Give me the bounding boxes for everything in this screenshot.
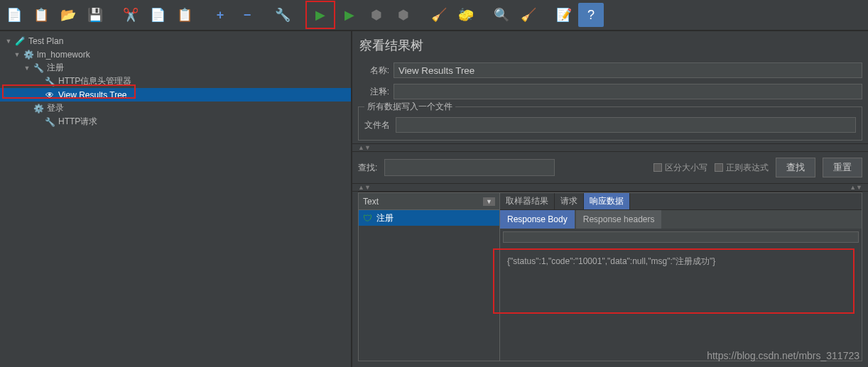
- wrench-icon: 🔧: [33, 62, 44, 74]
- tab-sampler[interactable]: 取样器结果: [500, 193, 555, 209]
- renderer-combo[interactable]: Text ▼: [359, 193, 499, 210]
- fieldset-legend: 所有数据写入一个文件: [364, 101, 455, 113]
- tree-selection-highlight: [2, 84, 136, 99]
- tree-item-label: 注册: [47, 62, 64, 74]
- tree-item-label: lm_homework: [37, 50, 90, 60]
- tab-response-data[interactable]: 响应数据: [584, 193, 630, 209]
- help-icon[interactable]: ?: [578, 3, 604, 27]
- watermark: https://blog.csdn.net/mbrs_311723: [707, 350, 859, 361]
- paste-icon[interactable]: 📋: [172, 3, 197, 27]
- tree-item-label: Test Plan: [28, 36, 63, 46]
- response-subtabs: Response Body Response headers: [500, 210, 862, 229]
- toolbar: 📄 📋 📂 💾 ✂️ 📄 📋 + − 🔧 ▶ ▶ ⬢ ⬢ 🧹 🧽 🔍 🧹 📝 ?: [0, 0, 868, 31]
- collapse-bar-1[interactable]: ▲▼: [352, 143, 868, 152]
- comment-label: 注释:: [358, 86, 389, 98]
- tree-item[interactable]: ▼⚙️lm_homework: [0, 48, 351, 61]
- gear-icon: ⚙️: [23, 49, 34, 60]
- search-label: 查找:: [358, 162, 377, 174]
- file-label: 文件名: [364, 119, 390, 131]
- case-checkbox[interactable]: 区分大小写: [653, 162, 707, 174]
- reset-button[interactable]: 重置: [823, 158, 862, 177]
- tree-panel: ▼🧪Test Plan▼⚙️lm_homework▼🔧注册🔧HTTP信息头管理器…: [0, 31, 352, 367]
- copy-icon[interactable]: 📄: [145, 3, 170, 27]
- comment-input[interactable]: [394, 84, 862, 99]
- start-no-pause-icon[interactable]: ▶: [337, 3, 362, 27]
- name-input[interactable]: [394, 62, 862, 78]
- tree-item[interactable]: ▼🧪Test Plan: [0, 34, 351, 48]
- tree-item-label: HTTP请求: [58, 116, 97, 128]
- save-icon[interactable]: 💾: [82, 3, 108, 27]
- start-highlight: ▶: [305, 1, 335, 29]
- details-panel: 察看结果树 名称: 注释: 所有数据写入一个文件 文件名 ▲▼ 查找: 区分大小…: [352, 31, 868, 367]
- tree-toggle-icon: ▼: [4, 38, 13, 45]
- reset-search-icon[interactable]: 🧹: [516, 3, 541, 27]
- tab-response-headers[interactable]: Response headers: [576, 210, 662, 229]
- tree-item[interactable]: ⚙️登录: [0, 102, 351, 115]
- collapse-icon[interactable]: −: [234, 3, 260, 27]
- success-icon: 🛡: [363, 213, 372, 224]
- tree-item[interactable]: ▼🔧注册: [0, 61, 351, 75]
- templates-icon[interactable]: 📋: [28, 3, 54, 27]
- tab-request[interactable]: 请求: [555, 193, 584, 209]
- cut-icon[interactable]: ✂️: [118, 3, 143, 27]
- clear-icon[interactable]: 🧹: [426, 3, 452, 27]
- name-label: 名称:: [358, 65, 389, 77]
- toggle-icon[interactable]: 🔧: [270, 3, 295, 27]
- wrench-icon: 🔧: [44, 116, 55, 128]
- tab-response-body[interactable]: Response Body: [500, 210, 575, 229]
- result-item[interactable]: 🛡 注册: [359, 210, 499, 226]
- results-tree: Text ▼ 🛡 注册: [358, 192, 500, 361]
- open-icon[interactable]: 📂: [55, 3, 81, 27]
- file-input[interactable]: [396, 117, 856, 133]
- search-input[interactable]: [384, 159, 555, 176]
- tree-item[interactable]: 🔧HTTP请求: [0, 115, 351, 128]
- regex-checkbox[interactable]: 正则表达式: [715, 162, 769, 174]
- tree-toggle-icon: ▼: [13, 51, 21, 58]
- checkbox-icon: [653, 163, 662, 172]
- shutdown-icon[interactable]: ⬢: [391, 3, 416, 27]
- tree-toggle-icon: ▼: [23, 65, 31, 72]
- gear-icon: ⚙️: [33, 103, 44, 114]
- response-body: {"status":1,"code":"10001","data":null,"…: [500, 246, 862, 361]
- flask-icon: 🧪: [14, 35, 26, 47]
- chevron-down-icon: ▼: [483, 197, 495, 206]
- start-icon[interactable]: ▶: [308, 3, 333, 27]
- function-helper-icon[interactable]: 📝: [551, 3, 577, 27]
- find-button[interactable]: 查找: [776, 158, 815, 177]
- detail-tabs: 取样器结果 请求 响应数据: [500, 193, 862, 210]
- write-file-fieldset: 所有数据写入一个文件 文件名: [358, 106, 862, 141]
- collapse-bar-2[interactable]: ▲▼▲▼: [352, 183, 868, 192]
- tree-item-label: 登录: [47, 102, 64, 114]
- response-filter-input[interactable]: [503, 231, 859, 243]
- expand-icon[interactable]: +: [207, 3, 233, 27]
- search-icon[interactable]: 🔍: [489, 3, 514, 27]
- new-icon[interactable]: 📄: [1, 3, 27, 27]
- clear-all-icon[interactable]: 🧽: [453, 3, 479, 27]
- stop-icon[interactable]: ⬢: [364, 3, 389, 27]
- panel-title: 察看结果树: [352, 31, 868, 61]
- checkbox-icon: [715, 163, 723, 172]
